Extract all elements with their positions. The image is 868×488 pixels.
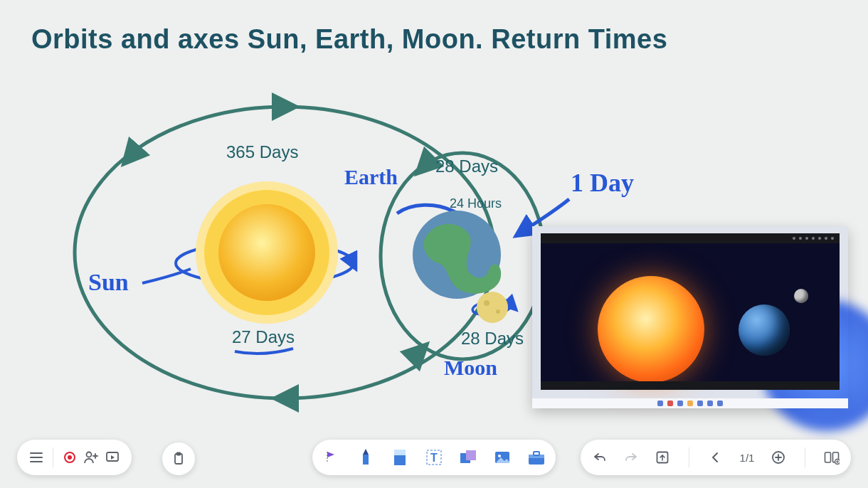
annotation-one-day: 1 Day: [571, 168, 634, 198]
prev-page-button[interactable]: [705, 447, 726, 468]
chevron-left-icon: [709, 451, 722, 464]
text-icon: T: [425, 449, 443, 466]
clipboard-button[interactable]: [162, 442, 195, 475]
embedded-window-titlebar: [541, 233, 840, 243]
embedded-app-window: [541, 233, 840, 390]
svg-rect-19: [394, 455, 406, 465]
svg-point-6: [218, 204, 315, 301]
label-27-days: 27 Days: [232, 327, 295, 347]
divider: [689, 447, 689, 467]
page-sorter-icon: [824, 450, 840, 465]
fit-page-button[interactable]: [652, 447, 673, 468]
add-page-button[interactable]: [768, 447, 789, 468]
svg-rect-18: [394, 450, 406, 455]
record-button[interactable]: [59, 447, 80, 468]
media-tool[interactable]: [492, 447, 513, 468]
svg-point-12: [68, 455, 72, 460]
redo-button[interactable]: [620, 447, 642, 468]
add-participant-button[interactable]: [80, 447, 102, 468]
cursor-flag-icon: [323, 449, 340, 466]
eraser-icon: [392, 448, 408, 467]
svg-point-13: [87, 452, 92, 457]
annotation-moon: Moon: [444, 356, 497, 380]
sticky-note-icon: [459, 449, 477, 466]
svg-rect-23: [466, 450, 476, 460]
svg-rect-28: [534, 452, 539, 455]
eraser-tool[interactable]: [389, 447, 411, 468]
redo-icon: [624, 450, 638, 465]
selection-tool[interactable]: [321, 447, 342, 468]
embedded-window-footer: [541, 381, 840, 390]
embedded-taskbar: [532, 398, 848, 408]
right-toolbar: 1/1: [581, 440, 851, 475]
text-tool[interactable]: T: [423, 447, 445, 468]
annotation-earth: Earth: [344, 165, 398, 189]
svg-text:T: T: [430, 452, 438, 464]
embedded-sun-graphic: [598, 276, 704, 383]
embedded-moon-graphic: [794, 289, 808, 303]
record-icon: [63, 450, 77, 465]
label-28-days-top: 28 Days: [435, 157, 498, 176]
undo-button[interactable]: [589, 447, 610, 468]
more-tools[interactable]: [526, 447, 547, 468]
divider: [53, 447, 53, 467]
svg-rect-17: [363, 455, 369, 465]
menu-button[interactable]: [26, 447, 47, 468]
divider: [805, 447, 805, 467]
present-button[interactable]: [102, 447, 123, 468]
svg-point-9: [484, 300, 489, 306]
left-toolbar: [17, 440, 132, 475]
toolbox-icon: [527, 449, 546, 466]
sticky-note-tool[interactable]: [457, 447, 479, 468]
label-24-hours: 24 Hours: [450, 196, 502, 211]
page-indicator: 1/1: [736, 452, 758, 464]
label-28-days-bottom: 28 Days: [461, 329, 524, 349]
clipboard-icon: [171, 452, 186, 466]
embedded-earth-graphic: [739, 304, 790, 356]
annotation-sun: Sun: [88, 269, 129, 296]
person-plus-icon: [83, 450, 99, 465]
hamburger-icon: [29, 450, 43, 465]
svg-point-25: [498, 455, 501, 457]
pen-tool[interactable]: [355, 447, 376, 468]
presentation-icon: [105, 450, 120, 465]
undo-icon: [593, 450, 607, 465]
svg-point-10: [496, 309, 500, 314]
fit-page-icon: [655, 450, 669, 465]
pen-icon: [357, 447, 374, 467]
tool-palette: T: [312, 440, 556, 475]
page-sorter-button[interactable]: [821, 447, 842, 468]
svg-point-8: [477, 292, 508, 323]
embedded-desktop-preview[interactable]: [532, 226, 848, 408]
image-icon: [494, 449, 511, 466]
plus-circle-icon: [771, 450, 785, 465]
svg-rect-31: [825, 452, 831, 462]
label-365-days: 365 Days: [226, 142, 298, 162]
